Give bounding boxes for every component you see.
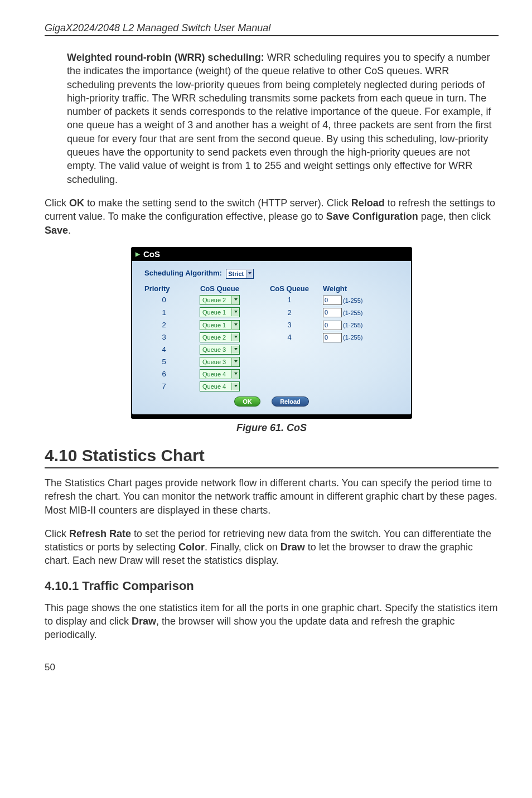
doc-header: GigaX2024/2048 L2 Managed Switch User Ma… bbox=[45, 22, 499, 36]
wrr-text: WRR scheduling requires you to specify a… bbox=[67, 52, 491, 185]
weight-input[interactable]: 0 bbox=[323, 308, 342, 317]
chevron-down-icon bbox=[234, 360, 238, 362]
queue-num-cell: 1 bbox=[256, 296, 323, 304]
subsection-4-10-1-title: 4.10.1 Traffic Comparison bbox=[45, 579, 499, 593]
queue-value: Queue 2 bbox=[202, 297, 226, 303]
weight-cell: 0(1-255) bbox=[323, 320, 395, 330]
chevron-down-icon bbox=[234, 298, 238, 301]
queue-select-wrap: Queue 3 bbox=[183, 345, 256, 355]
chevron-down-icon bbox=[234, 336, 238, 338]
weight-input[interactable]: 0 bbox=[323, 296, 342, 305]
scheduling-label: Scheduling Algorithm: bbox=[144, 269, 222, 277]
wrr-lead: Weighted round-robin (WRR) scheduling: bbox=[67, 52, 264, 63]
queue-select[interactable]: Queue 4 bbox=[200, 381, 240, 391]
scheduling-select[interactable]: Strict bbox=[226, 269, 254, 279]
scheduling-value: Strict bbox=[228, 270, 244, 277]
hdr-queue-assign: CoS Queue bbox=[183, 284, 256, 293]
b3: Save Configuration bbox=[326, 211, 418, 222]
queue-value: Queue 4 bbox=[202, 383, 226, 390]
queue-select-wrap: Queue 3 bbox=[183, 357, 256, 367]
cos-grid: Priority CoS Queue CoS Queue Weight 0 Qu… bbox=[144, 284, 399, 391]
hdr-priority: Priority bbox=[144, 284, 183, 293]
page-number: 50 bbox=[45, 662, 499, 673]
queue-select[interactable]: Queue 2 bbox=[200, 295, 240, 305]
chevron-down-icon bbox=[248, 272, 252, 274]
sb3: Draw bbox=[280, 541, 305, 553]
t5: . bbox=[68, 225, 71, 236]
queue-select[interactable]: Queue 2 bbox=[200, 332, 240, 342]
priority-cell: 3 bbox=[144, 333, 183, 341]
queue-select-wrap: Queue 1 bbox=[183, 307, 256, 317]
cos-content: Scheduling Algorithm: Strict Priority Co… bbox=[132, 261, 411, 414]
weight-input[interactable]: 0 bbox=[323, 333, 342, 342]
ok-button[interactable]: OK bbox=[234, 396, 260, 407]
weight-cell: 0(1-255) bbox=[323, 295, 395, 305]
t1: Click bbox=[45, 197, 69, 209]
queue-value: Queue 2 bbox=[202, 334, 226, 341]
hdr-weight: Weight bbox=[323, 284, 395, 293]
tb1: Draw bbox=[132, 616, 156, 627]
click-ok-paragraph: Click OK to make the setting send to the… bbox=[45, 196, 499, 237]
chevron-down-icon bbox=[234, 385, 238, 387]
sp1: Click bbox=[45, 528, 69, 539]
queue-num-cell: 4 bbox=[256, 333, 323, 341]
priority-cell: 1 bbox=[144, 308, 183, 317]
queue-value: Queue 4 bbox=[202, 371, 226, 378]
queue-select-wrap: Queue 4 bbox=[183, 381, 256, 391]
cos-titlebar: ▶ CoS bbox=[132, 248, 411, 261]
queue-value: Queue 3 bbox=[202, 359, 226, 365]
queue-select-wrap: Queue 1 bbox=[183, 320, 256, 330]
priority-cell: 5 bbox=[144, 357, 183, 366]
b1: OK bbox=[69, 197, 84, 209]
priority-cell: 7 bbox=[144, 382, 183, 390]
traffic-para: This page shows the one statistics item … bbox=[45, 601, 499, 642]
t2: to make the setting send to the switch (… bbox=[84, 197, 351, 209]
arrow-icon: ▶ bbox=[136, 251, 140, 257]
priority-cell: 0 bbox=[144, 296, 183, 304]
queue-select-wrap: Queue 2 bbox=[183, 295, 256, 305]
queue-select[interactable]: Queue 3 bbox=[200, 357, 240, 367]
priority-cell: 4 bbox=[144, 345, 183, 354]
queue-select-wrap: Queue 4 bbox=[183, 369, 256, 379]
chevron-down-icon bbox=[234, 348, 238, 350]
sp3: . Finally, click on bbox=[205, 541, 280, 553]
sb1: Refresh Rate bbox=[69, 528, 131, 539]
weight-range: (1-255) bbox=[343, 334, 362, 341]
queue-select[interactable]: Queue 3 bbox=[200, 345, 240, 355]
weight-cell: 0(1-255) bbox=[323, 332, 395, 342]
stats-para-2: Click Refresh Rate to set the period for… bbox=[45, 527, 499, 568]
hdr-queue-group: CoS Queue bbox=[256, 284, 323, 293]
queue-select[interactable]: Queue 4 bbox=[200, 369, 240, 379]
t4: page, then click bbox=[418, 211, 491, 222]
button-row: OK Reload bbox=[144, 396, 399, 407]
wrr-paragraph: Weighted round-robin (WRR) scheduling: W… bbox=[67, 51, 499, 186]
queue-select[interactable]: Queue 1 bbox=[200, 320, 240, 330]
queue-value: Queue 3 bbox=[202, 346, 226, 353]
reload-button[interactable]: Reload bbox=[272, 396, 309, 407]
weight-cell: 0(1-255) bbox=[323, 307, 395, 317]
queue-value: Queue 1 bbox=[202, 309, 226, 316]
queue-num-cell: 2 bbox=[256, 308, 323, 317]
queue-select-wrap: Queue 2 bbox=[183, 332, 256, 342]
scheduling-row: Scheduling Algorithm: Strict bbox=[144, 269, 399, 279]
queue-num-cell: 3 bbox=[256, 321, 323, 329]
stats-para-1: The Statistics Chart pages provide netwo… bbox=[45, 476, 499, 517]
chevron-down-icon bbox=[234, 323, 238, 326]
priority-cell: 2 bbox=[144, 321, 183, 329]
weight-range: (1-255) bbox=[343, 322, 362, 328]
figure-caption: Figure 61. CoS bbox=[45, 422, 499, 434]
cos-panel: ▶ CoS Scheduling Algorithm: Strict Prior… bbox=[131, 247, 412, 419]
weight-range: (1-255) bbox=[343, 297, 362, 304]
chevron-down-icon bbox=[234, 373, 238, 375]
queue-value: Queue 1 bbox=[202, 322, 226, 328]
weight-range: (1-255) bbox=[343, 309, 362, 316]
cos-title: CoS bbox=[143, 249, 160, 259]
weight-input[interactable]: 0 bbox=[323, 321, 342, 330]
priority-cell: 6 bbox=[144, 370, 183, 378]
queue-select[interactable]: Queue 1 bbox=[200, 307, 240, 317]
b2: Reload bbox=[351, 197, 385, 209]
section-4-10-title: 4.10 Statistics Chart bbox=[45, 446, 499, 468]
chevron-down-icon bbox=[234, 311, 238, 313]
sb2: Color bbox=[178, 541, 205, 553]
b4: Save bbox=[45, 225, 68, 236]
